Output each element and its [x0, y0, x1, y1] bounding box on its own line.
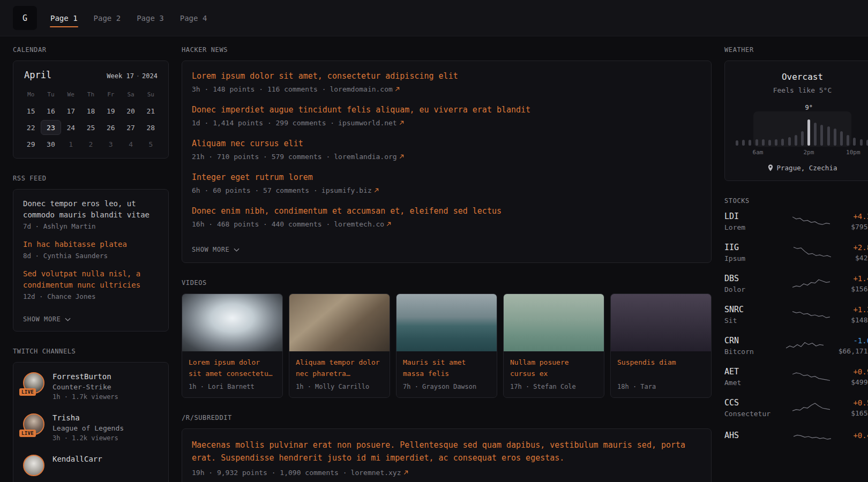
stock-row[interactable]: IIG Ipsum +2.84% $42.04	[724, 243, 868, 262]
weather-bar	[755, 139, 758, 146]
video-card[interactable]: Suspendis diam 18h · Tara	[610, 293, 712, 398]
hn-item-domain-link[interactable]: loremdomain.com	[330, 85, 399, 93]
video-thumbnail[interactable]	[396, 294, 497, 351]
video-card-body: Suspendis diam 18h · Tara	[611, 351, 711, 397]
stock-symbol: DBS	[724, 274, 772, 283]
video-title-link[interactable]: Lorem ipsum dolor sit amet consectetu…	[189, 357, 276, 380]
stock-name: Lorem	[724, 223, 772, 231]
subreddit-post-domain-link[interactable]: loremnet.xyz	[351, 469, 408, 477]
video-card[interactable]: Mauris sit amet massa felis 7h · Grayson…	[396, 293, 497, 398]
video-title-link[interactable]: Mauris sit amet massa felis	[403, 357, 490, 380]
calendar-month: April	[24, 70, 51, 80]
video-thumbnail[interactable]	[504, 294, 604, 351]
video-card[interactable]: Nullam posuere cursus ex 17h · Stefan Co…	[503, 293, 604, 398]
calendar-day: 27	[121, 120, 140, 135]
video-card[interactable]: Lorem ipsum dolor sit amet consectetu… 1…	[182, 293, 283, 398]
stock-price: $499.72	[851, 378, 868, 386]
video-title-link[interactable]: Nullam posuere cursus ex	[510, 357, 597, 380]
hn-item-domain-link[interactable]: ipsumworld.net	[338, 119, 404, 127]
twitch-channel-row[interactable]: KendallCarr	[23, 455, 159, 476]
video-meta: 18h · Tara	[617, 383, 705, 390]
videos-row: Lorem ipsum dolor sit amet consectetu… 1…	[182, 293, 712, 398]
stock-row[interactable]: AET Amet +0.92% $499.72	[724, 367, 868, 387]
hn-item-title-link[interactable]: Lorem ipsum dolor sit amet, consectetur …	[192, 71, 701, 82]
stock-change: +4.35%	[851, 212, 868, 221]
sparkline-chart	[794, 429, 831, 444]
stock-price: $156.28	[851, 285, 868, 293]
twitch-channel-row[interactable]: LIVE ForrestBurton Counter-Strike 1h · 1…	[23, 372, 159, 401]
weather-feels-like: Feels like 5°C	[734, 86, 868, 94]
weather-bar	[749, 140, 751, 146]
channel-name: Trisha	[53, 413, 124, 422]
hn-item-stats: 1d · 1,414 points · 299 comments ·	[192, 119, 334, 127]
hn-item-stats: 21h · 710 points · 579 comments ·	[192, 153, 330, 161]
calendar-day: 19	[101, 103, 121, 118]
subreddit-post-title-link[interactable]: Maecenas mollis pulvinar erat non posuer…	[192, 439, 701, 464]
rss-show-more-button[interactable]: SHOW MORE	[23, 315, 71, 323]
video-meta: 7h · Grayson Dawson	[403, 383, 490, 390]
stock-row[interactable]: SNRC Sit +1.36% $148.64	[724, 305, 868, 325]
hn-item-domain: ipsumworld.net	[338, 119, 397, 127]
channel-avatar-wrap: LIVE	[23, 413, 44, 435]
hn-item-domain-link[interactable]: ipsumify.biz	[321, 186, 379, 194]
calendar-day: 18	[81, 103, 101, 118]
weather-bar	[781, 139, 784, 146]
rss-item-title-link[interactable]: Sed volutpat nulla nisl, a condimentum n…	[23, 268, 159, 291]
weather-time-axis: 6am2pm10pm	[736, 149, 868, 156]
stock-change: +0.92%	[851, 367, 868, 376]
video-thumbnail[interactable]	[182, 294, 282, 351]
calendar-dow-label: Fr	[101, 87, 121, 102]
stock-values: +0.51% $165.84	[851, 398, 868, 417]
sparkline-chart	[792, 401, 830, 416]
rss-item-title-link[interactable]: In hac habitasse platea	[23, 239, 159, 250]
video-card[interactable]: Aliquam tempor dolor nec pharetra… 1h · …	[289, 293, 390, 398]
rss-item-title-link[interactable]: Donec tempor eros leo, ut commodo mauris…	[23, 198, 159, 221]
tab-page-2[interactable]: Page 2	[93, 10, 122, 27]
rss-show-more-label: SHOW MORE	[23, 315, 61, 323]
hn-item-title-link[interactable]: Integer eget rutrum lorem	[192, 172, 701, 183]
stock-values: +1.36% $148.64	[851, 305, 868, 324]
calendar-day: 28	[141, 120, 161, 135]
hn-item-title-link[interactable]: Donec imperdiet augue tincidunt felis al…	[192, 104, 701, 116]
calendar-day: 5	[141, 137, 161, 152]
stock-row[interactable]: LDI Lorem +4.35% $795.18	[724, 212, 868, 231]
stock-values: +0.46%	[853, 431, 868, 442]
stock-row[interactable]: CCS Consectetur +0.51% $165.84	[724, 398, 868, 418]
stock-sparkline	[772, 401, 851, 416]
channel-info: ForrestBurton Counter-Strike 1h · 1.7k v…	[53, 372, 118, 401]
video-title-link[interactable]: Aliquam tempor dolor nec pharetra…	[296, 357, 383, 380]
calendar-dow-label: Su	[141, 87, 161, 102]
tab-page-1[interactable]: Page 1	[50, 10, 78, 27]
rss-item-meta: 12d · Chance Jones	[23, 292, 159, 300]
channel-name: KendallCarr	[53, 455, 102, 463]
calendar-dow-label: Tu	[41, 87, 61, 102]
weather-section-title: WEATHER	[724, 46, 868, 54]
app-logo[interactable]: G	[13, 6, 37, 30]
hn-item-domain-link[interactable]: loremlandia.org	[334, 153, 403, 161]
subreddit-post-meta: 19h · 9,932 points · 1,090 comments · lo…	[192, 469, 701, 477]
weather-bar	[840, 131, 843, 146]
hn-item-domain-link[interactable]: loremtech.co	[334, 220, 391, 228]
video-title-link[interactable]: Suspendis diam	[617, 357, 705, 380]
video-thumbnail[interactable]	[289, 294, 390, 351]
tab-page-3[interactable]: Page 3	[136, 10, 164, 27]
stock-row[interactable]: AHS +0.46%	[724, 429, 868, 444]
videos-widget: VIDEOS Lorem ipsum dolor sit amet consec…	[182, 279, 712, 398]
calendar-section-title: CALENDAR	[13, 46, 169, 54]
stock-info: CRN Bitcorn	[724, 336, 772, 356]
hn-show-more-button[interactable]: SHOW MORE	[192, 246, 240, 253]
tab-page-4[interactable]: Page 4	[179, 10, 208, 27]
channel-category: League of Legends	[53, 424, 124, 432]
hn-item: Donec enim nibh, condimentum et accumsan…	[192, 206, 701, 228]
stock-values: +1.42% $156.28	[851, 274, 868, 293]
hn-item: Aliquam nec cursus elit 21h · 710 points…	[192, 138, 701, 161]
channel-meta: 3h · 1.2k viewers	[53, 434, 124, 442]
sparkline-chart	[792, 370, 830, 385]
subreddit-section-title: /R/SUBREDDIT	[182, 414, 712, 421]
twitch-channel-row[interactable]: LIVE Trisha League of Legends 3h · 1.2k …	[23, 413, 159, 442]
hn-item-title-link[interactable]: Aliquam nec cursus elit	[192, 138, 701, 149]
stock-row[interactable]: DBS Dolor +1.42% $156.28	[724, 274, 868, 293]
stock-row[interactable]: CRN Bitcorn -1.00% $66,171.48	[724, 336, 868, 356]
video-thumbnail[interactable]	[611, 294, 711, 351]
hn-item-title-link[interactable]: Donec enim nibh, condimentum et accumsan…	[192, 206, 701, 217]
